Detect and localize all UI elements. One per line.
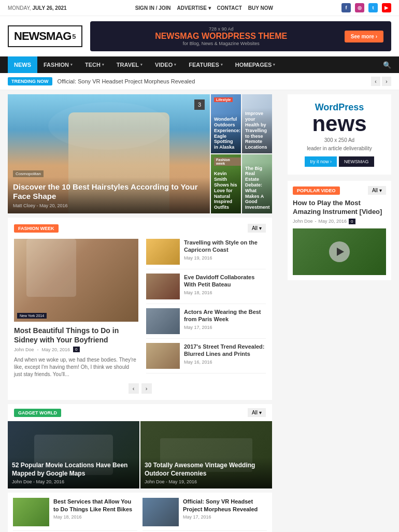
grid-caption-3: Kevin Smith Shows his Love for Natural I… (211, 168, 241, 213)
gadget-caption-2: 30 Totally Awesome Vintage Wedding Outdo… (140, 457, 272, 488)
ad-see-more-button[interactable]: See more › (345, 31, 383, 42)
nav-tech[interactable]: TECH ▾ (79, 56, 110, 73)
list-item-image-1[interactable] (146, 239, 180, 265)
gadget-meta-2: John Doe - May 19, 2016 (145, 479, 268, 484)
top-ad-banner: 728 x 90 Ad NEWSMAG WORDPRESS THEME for … (90, 21, 391, 51)
nav-homepages[interactable]: HOMEPAGES ▾ (229, 56, 282, 73)
nav-news[interactable]: NEWS (8, 56, 37, 73)
sidebar-newsmag-button[interactable]: NEWSMAG (339, 156, 374, 167)
list-item-date-3: May 17, 2016 (184, 325, 266, 330)
list-item-image-2[interactable] (146, 274, 180, 299)
ad-banner-title: NEWSMAG WORDPRESS THEME (98, 32, 345, 41)
hero-article-grid: Lifestyle Wonderful Outdoors Experience:… (211, 94, 272, 213)
small-image-1[interactable] (13, 498, 49, 526)
trending-text: Official: Sony VR Headset Project Morphe… (58, 78, 366, 84)
fashion-week-section: FASHION WEEK All ▾ New York 2014 Most Be… (8, 218, 272, 400)
fashion-all-button[interactable]: All ▾ (248, 224, 266, 233)
all-label: All (252, 225, 258, 231)
site-logo[interactable]: NEWSMAG 5 (8, 25, 82, 47)
nav-fashion[interactable]: FASHION ▾ (37, 56, 79, 73)
nav-video[interactable]: VIDEO ▾ (149, 56, 182, 73)
facebook-icon[interactable]: f (341, 3, 351, 12)
gadget-item-1[interactable]: 52 Popular Movie Locations Have Been Map… (8, 421, 139, 488)
grid-title-2: Improve your Health by Travelling to the… (245, 111, 269, 150)
gadget-meta-1: John Doe - May 20, 2016 (12, 479, 135, 484)
hero-grid-item-4[interactable]: Travel The Big Real Estate Debate: What … (242, 154, 272, 213)
popular-video-thumbnail[interactable] (293, 228, 386, 275)
grid-caption-2: Improve your Health by Travelling to the… (242, 108, 272, 153)
list-item-title-1[interactable]: Travelling with Style on the Capricorn C… (184, 239, 266, 254)
nav-features[interactable]: FEATURES ▾ (182, 56, 229, 73)
main-nav: NEWS FASHION ▾ TECH ▾ TRAVEL ▾ VIDEO ▾ F… (0, 56, 399, 73)
hero-title: Discover the 10 Best Hairstyles Accordin… (13, 182, 205, 201)
youtube-icon[interactable]: ▶ (382, 3, 391, 12)
small-image-2[interactable] (142, 498, 179, 526)
search-icon[interactable]: 🔍 (383, 61, 391, 69)
list-item-title-2[interactable]: Eve Davidoff Collaborates With Petit Bat… (184, 274, 266, 289)
prev-page-button[interactable]: ‹ (129, 383, 139, 394)
hero-grid-item-3[interactable]: Fashion week Kevin Smith Shows his Love … (211, 154, 241, 213)
list-item-title-3[interactable]: Actors Are Wearing the Best from Paris W… (184, 308, 266, 323)
list-item-title-4[interactable]: 2017's Street Trend Revealed: Blurred Li… (184, 343, 266, 358)
nav-items: NEWS FASHION ▾ TECH ▾ TRAVEL ▾ VIDEO ▾ F… (8, 56, 281, 73)
list-item-date-2: May 18, 2016 (184, 290, 266, 295)
trending-navigation: ‹ › (371, 77, 391, 86)
buy-now-link[interactable]: BUY NOW (248, 5, 273, 11)
fashion-main-title[interactable]: Most Beautiful Things to Do in Sidney wi… (14, 326, 138, 344)
gadget-grid: 52 Popular Movie Locations Have Been Map… (8, 421, 272, 488)
list-item-image-3[interactable] (146, 308, 180, 334)
video-overlay (293, 228, 386, 275)
list-item-content-3: Actors Are Wearing the Best from Paris W… (184, 308, 266, 330)
popular-video-author: John Doe (293, 219, 313, 224)
hero-badge-number: 3 (194, 99, 205, 110)
play-button[interactable] (329, 241, 350, 262)
gadget-item-2[interactable]: 30 Totally Awesome Vintage Wedding Outdo… (140, 421, 272, 488)
list-item-image-4[interactable] (146, 343, 180, 369)
sign-in-link[interactable]: SIGN IN / JOIN (135, 5, 171, 11)
chevron-down-icon: ▾ (174, 63, 176, 67)
gadget-author-2: John Doe (145, 479, 165, 484)
small-articles-section: Best Services that Allow You to Do Thing… (8, 493, 272, 532)
popular-video-title[interactable]: How to Play the Most Amazing Instrument … (293, 199, 386, 217)
hero-grid-item-1[interactable]: Lifestyle Wonderful Outdoors Experience:… (211, 94, 241, 153)
list-item: Eve Davidoff Collaborates With Petit Bat… (146, 274, 266, 304)
list-item-date-1: May 19, 2016 (184, 255, 266, 261)
chevron-down-icon: ▾ (221, 63, 223, 67)
sidebar-ad-buttons: try it now › NEWSMAG (295, 156, 383, 167)
chevron-down-icon: ▾ (70, 63, 73, 67)
popular-video-badge: POPULAR VIDEO (293, 186, 340, 195)
contact-link[interactable]: CONTACT (217, 5, 242, 11)
gadget-world-section: GADGET WORLD All ▾ 52 Popular Movie Loca… (8, 404, 272, 488)
sidebar-news-label: news (295, 113, 383, 135)
hero-main-article[interactable]: 3 Cosmopolitan Discover the 10 Best Hair… (8, 94, 210, 213)
advertise-link[interactable]: ADVERTISE ▾ (177, 5, 211, 11)
list-item: Actors Are Wearing the Best from Paris W… (146, 308, 266, 339)
grid-title-1: Wonderful Outdoors Experience: Eagle Spo… (214, 117, 238, 150)
list-item-date-4: May 16, 2016 (184, 360, 266, 365)
next-page-button[interactable]: › (141, 383, 152, 394)
hero-grid-item-2[interactable]: Activities Improve your Health by Travel… (242, 94, 272, 153)
small-title-2[interactable]: Official: Sony VR Headset Project Morphe… (183, 498, 267, 513)
logo-superscript: 5 (72, 33, 76, 40)
sidebar-try-button[interactable]: try it now › (305, 156, 337, 167)
fashion-main-image[interactable]: New York 2014 (14, 239, 138, 322)
list-item-content-1: Travelling with Style on the Capricorn C… (184, 239, 266, 261)
popular-all-button[interactable]: All ▾ (368, 186, 386, 195)
gadget-title-2: 30 Totally Awesome Vintage Wedding Outdo… (145, 462, 268, 478)
ad-size-label: 728 x 90 Ad (98, 26, 345, 32)
small-content-1: Best Services that Allow You to Do Thing… (53, 498, 137, 520)
popular-video-section: POPULAR VIDEO All ▾ How to Play the Most… (288, 181, 391, 280)
fashion-window-shape (26, 239, 76, 297)
trending-prev-button[interactable]: ‹ (371, 77, 380, 86)
sidebar: WordPress news 300 x 250 Ad leader in ar… (288, 94, 391, 532)
instagram-icon[interactable]: ◎ (355, 3, 364, 12)
trending-next-button[interactable]: › (382, 77, 391, 86)
gadget-all-button[interactable]: All ▾ (248, 408, 266, 417)
grid-title-4: The Big Real Estate Debate: What Makes A… (245, 166, 269, 210)
list-item-content-4: 2017's Street Trend Revealed: Blurred Li… (184, 343, 266, 365)
sidebar-ad-size: 300 x 250 Ad (295, 137, 383, 143)
twitter-icon[interactable]: t (368, 3, 378, 12)
nav-travel[interactable]: TRAVEL ▾ (110, 56, 149, 73)
hero-author: Matt Cloey - May 20, 2016 (13, 203, 205, 208)
small-title-1[interactable]: Best Services that Allow You to Do Thing… (53, 498, 137, 513)
